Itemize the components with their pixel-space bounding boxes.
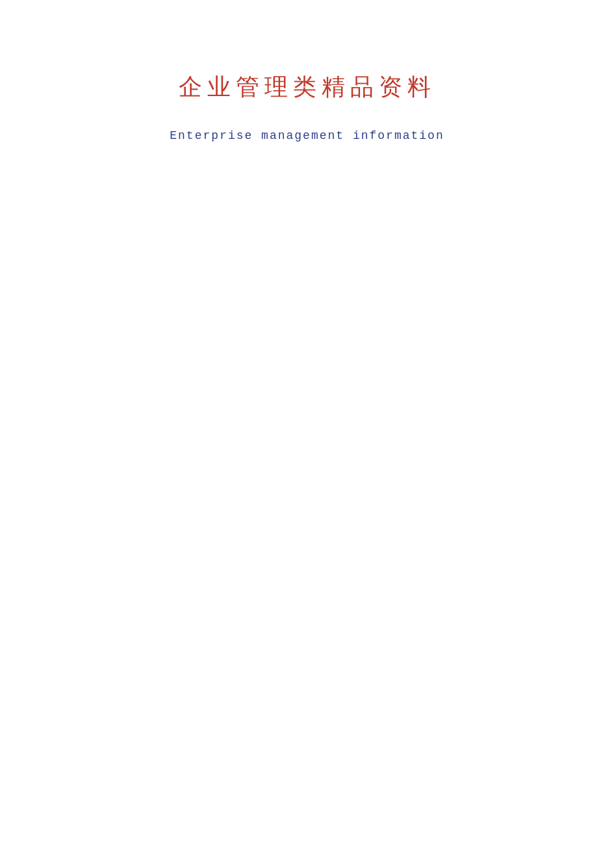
chinese-title: 企业管理类精品资料: [179, 71, 436, 103]
english-subtitle: Enterprise management information: [170, 129, 444, 142]
page-content: 企业管理类精品资料 Enterprise management informat…: [0, 0, 614, 181]
document-page: 企业管理类精品资料 Enterprise management informat…: [0, 0, 614, 868]
